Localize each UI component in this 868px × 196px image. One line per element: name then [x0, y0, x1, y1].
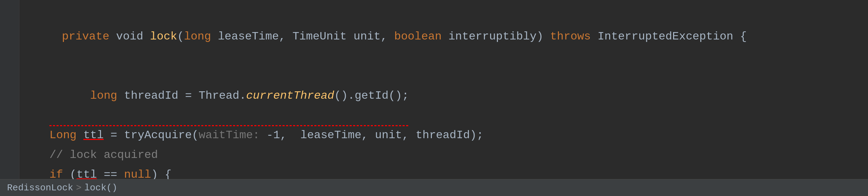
- param-neg1: -1, leaseTime, unit, threadId);: [260, 125, 483, 145]
- param-leasetime: leaseTime,: [211, 30, 292, 43]
- exception-name: InterruptedException {: [591, 30, 747, 43]
- var-threadid-assign: threadId = Thread.: [117, 89, 246, 102]
- code-line-3: Long ttl = tryAcquire(waitTime: -1, leas…: [21, 125, 868, 145]
- code-line-2: long threadId = Thread.currentThread().g…: [21, 66, 868, 125]
- code-line-4: // lock acquired: [21, 145, 868, 165]
- keyword-throws: throws: [550, 30, 591, 43]
- keyword-long: long: [184, 30, 211, 43]
- method-currentthread: currentThread: [246, 89, 334, 102]
- paren-open: (: [177, 30, 184, 43]
- code-container: private void lock(long leaseTime, TimeUn…: [0, 0, 868, 179]
- keyword-long-2: long: [90, 89, 117, 102]
- equals-tryacquire: = tryAcquire(: [104, 125, 199, 145]
- keyword-Long: Long: [49, 125, 77, 145]
- breadcrumb-separator: >: [76, 183, 82, 193]
- keyword-boolean: boolean: [394, 30, 441, 43]
- type-timeunit: TimeUnit: [292, 30, 347, 43]
- comment-lock-acquired: // lock acquired: [49, 145, 158, 165]
- breadcrumb-bar: RedissonLock > lock(): [0, 179, 868, 196]
- line-2-content: long threadId = Thread.currentThread().g…: [49, 66, 409, 125]
- param-hint-waittime: waitTime:: [198, 125, 260, 145]
- line-1-content: private void lock(long leaseTime, TimeUn…: [21, 7, 747, 66]
- space: void: [109, 30, 150, 43]
- breadcrumb-method: lock(): [84, 183, 118, 193]
- method-name-lock: lock: [150, 30, 177, 43]
- keyword-private: private: [62, 30, 109, 43]
- space-2: [77, 125, 83, 145]
- breadcrumb-class: RedissonLock: [7, 183, 73, 193]
- param-interruptibly: interruptibly): [442, 30, 550, 43]
- param-unit: unit,: [347, 30, 394, 43]
- code-line-1: private void lock(long leaseTime, TimeUn…: [21, 7, 868, 66]
- method-getid: ().getId();: [334, 89, 409, 102]
- var-ttl: ttl: [83, 125, 104, 145]
